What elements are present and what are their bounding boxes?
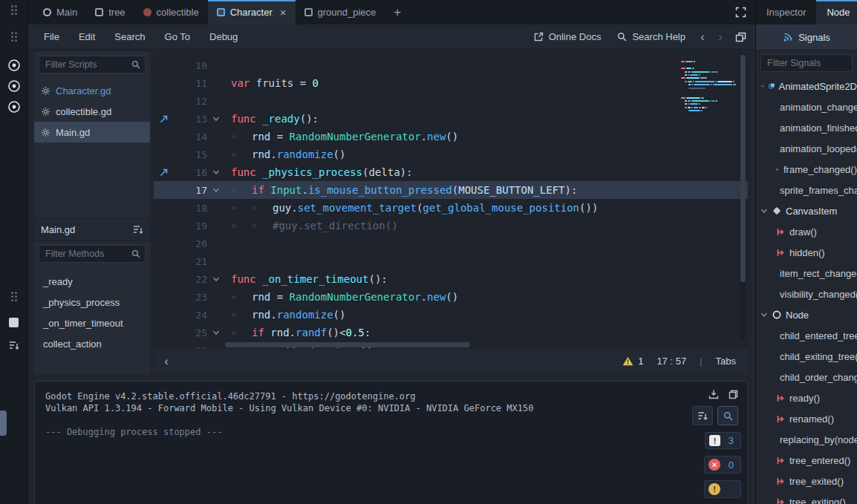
method-item-_ready[interactable]: _ready xyxy=(34,271,150,292)
indent-mode-button[interactable]: Tabs xyxy=(716,356,736,367)
signal-item[interactable]: replacing_by(node: Node) xyxy=(756,429,857,450)
code-line-22[interactable]: 22func _on_timer_timeout(): xyxy=(154,270,748,288)
warning-counter[interactable]: 1 xyxy=(622,356,643,367)
dock-tab-inspector[interactable]: Inspector xyxy=(756,0,816,24)
code-editor[interactable]: 1011var fruits = 01213func _ready():14»r… xyxy=(154,52,748,348)
connected-signal-icon[interactable] xyxy=(159,114,169,124)
info-filter-toggle[interactable]: !3 xyxy=(705,432,741,449)
code-line-24[interactable]: 24»rnd.randomize() xyxy=(154,306,748,324)
method-sort-icon[interactable] xyxy=(132,224,143,235)
drag-handle-icon[interactable] xyxy=(0,292,27,301)
signal-item[interactable]: renamed() xyxy=(756,408,857,429)
connected-signal-icon[interactable] xyxy=(159,167,169,177)
signal-item[interactable]: visibility_changed() xyxy=(756,284,857,304)
menu-edit[interactable]: Edit xyxy=(69,25,105,49)
filter-signals-input[interactable] xyxy=(760,54,853,72)
code-line-15[interactable]: 15»rnd.randomize() xyxy=(154,145,748,163)
tree-node-CanvasItem[interactable]: CanvasItem xyxy=(756,200,857,221)
collapse-caret-icon[interactable] xyxy=(760,82,765,90)
code-line-14[interactable]: 14»rnd = RandomNumberGenerator.new() xyxy=(154,128,748,145)
code-line-21[interactable]: 21 xyxy=(154,252,748,270)
signal-item[interactable]: sprite_frames_changed() xyxy=(756,180,857,200)
fold-caret-icon[interactable] xyxy=(212,115,220,122)
error-filter-toggle[interactable]: ×0 xyxy=(704,456,741,474)
code-line-12[interactable]: 12 xyxy=(154,92,748,110)
method-item-_on_timer_timeout[interactable]: _on_timer_timeout xyxy=(34,312,150,333)
code-line-16[interactable]: 16func _physics_process(delta): xyxy=(154,163,748,181)
scene-tab-Character[interactable]: Character× xyxy=(208,0,296,24)
scene-tab-ground_piece[interactable]: ground_piece xyxy=(296,0,385,24)
tree-node-Node[interactable]: Node xyxy=(756,304,857,325)
close-tab-icon[interactable]: × xyxy=(280,7,287,18)
drag-handle-icon[interactable] xyxy=(0,32,27,42)
code-line-23[interactable]: 23»rnd = RandomNumberGenerator.new() xyxy=(154,288,748,306)
history-back-button[interactable]: ‹ xyxy=(694,30,711,44)
copy-output-icon[interactable] xyxy=(729,390,738,399)
collapse-caret-icon[interactable] xyxy=(760,311,768,318)
code-line-18[interactable]: 18»»guy.set_movement_target(get_global_m… xyxy=(154,199,748,217)
menu-debug[interactable]: Debug xyxy=(200,25,247,49)
method-item-collect_action[interactable]: collect_action xyxy=(34,333,150,354)
signal-item[interactable]: child_entered_tree(node: Node) xyxy=(756,325,857,346)
signal-item[interactable]: animation_finished() xyxy=(756,117,857,138)
code-minimap[interactable] xyxy=(681,58,736,114)
collapse-caret-icon[interactable] xyxy=(760,207,768,215)
vertical-scrollbar[interactable] xyxy=(740,55,746,339)
code-line-25[interactable]: 25»if rnd.randf()<0.5: xyxy=(154,324,748,341)
method-item-_physics_process[interactable]: _physics_process xyxy=(34,292,150,312)
signal-item[interactable]: item_rect_changed() xyxy=(756,263,857,284)
signal-item[interactable]: animation_looped() xyxy=(756,138,857,159)
code-line-17[interactable]: 17»if Input.is_mouse_button_pressed(MOUS… xyxy=(154,181,748,199)
signal-item[interactable]: tree_entered() xyxy=(756,450,857,471)
code-line-11[interactable]: 11var fruits = 0 xyxy=(154,74,748,92)
filter-methods-input[interactable] xyxy=(39,245,146,263)
sort-tree-icon[interactable] xyxy=(0,340,27,351)
signal-item[interactable]: draw() xyxy=(756,221,857,242)
visibility-eye-icon[interactable] xyxy=(0,59,27,72)
code-line-10[interactable]: 10 xyxy=(154,56,748,74)
signal-item[interactable]: child_order_changed() xyxy=(756,367,857,387)
script-item-collectible.gd[interactable]: collectible.gd xyxy=(34,101,150,122)
fold-caret-icon[interactable] xyxy=(212,168,220,176)
script-item-Main.gd[interactable]: Main.gd xyxy=(34,122,150,143)
dock-tab-indicator[interactable] xyxy=(0,410,7,436)
code-line-13[interactable]: 13func _ready(): xyxy=(154,110,748,128)
signal-item[interactable]: tree_exiting() xyxy=(756,491,857,504)
scene-tab-collectible[interactable]: collectible xyxy=(134,0,208,24)
visibility-eye-icon[interactable] xyxy=(0,79,27,93)
menu-search[interactable]: Search xyxy=(105,25,154,49)
warning-filter-toggle[interactable]: ! xyxy=(704,480,741,498)
fold-caret-icon[interactable] xyxy=(212,275,220,283)
code-line-19[interactable]: 19»»#guy.set_direction() xyxy=(154,217,748,235)
signal-item[interactable]: frame_changed() xyxy=(756,159,857,180)
online-docs-button[interactable]: Online Docs xyxy=(526,31,610,42)
scene-tab-Main[interactable]: Main xyxy=(34,0,86,24)
search-output-button[interactable] xyxy=(717,406,738,425)
visibility-eye-icon[interactable] xyxy=(0,100,27,114)
distraction-free-icon[interactable] xyxy=(726,0,755,24)
line-column-indicator[interactable]: 17 : 57 xyxy=(656,356,686,367)
new-scene-tab-button[interactable]: + xyxy=(385,0,410,24)
signal-item[interactable]: tree_exited() xyxy=(756,471,857,491)
filter-messages-button[interactable] xyxy=(692,406,713,425)
signal-item[interactable]: child_exiting_tree(node: Node) xyxy=(756,346,857,367)
signal-item[interactable]: ready() xyxy=(756,387,857,408)
fold-caret-icon[interactable] xyxy=(212,186,220,194)
tree-node-AnimatedSprite2D[interactable]: AnimatedSprite2D xyxy=(756,76,857,96)
search-help-button[interactable]: Search Help xyxy=(609,31,694,42)
signal-item[interactable]: hidden() xyxy=(756,242,857,263)
menu-go-to[interactable]: Go To xyxy=(155,25,200,49)
scene-tab-tree[interactable]: tree xyxy=(86,0,134,24)
code-line-20[interactable]: 20 xyxy=(154,235,748,252)
make-floating-icon[interactable] xyxy=(735,32,746,42)
fold-caret-icon[interactable] xyxy=(212,329,220,336)
horizontal-scrollbar[interactable] xyxy=(225,342,736,347)
signals-section-button[interactable]: Signals xyxy=(756,24,857,50)
drag-handle-icon[interactable] xyxy=(0,5,27,15)
panel-square-icon[interactable] xyxy=(0,318,27,327)
toggle-scripts-panel-button[interactable]: ‹ xyxy=(160,354,173,369)
dock-tab-node[interactable]: Node xyxy=(816,0,857,24)
filter-scripts-input[interactable] xyxy=(39,56,146,73)
signal-item[interactable]: animation_changed() xyxy=(756,96,857,117)
menu-file[interactable]: File xyxy=(34,25,69,49)
